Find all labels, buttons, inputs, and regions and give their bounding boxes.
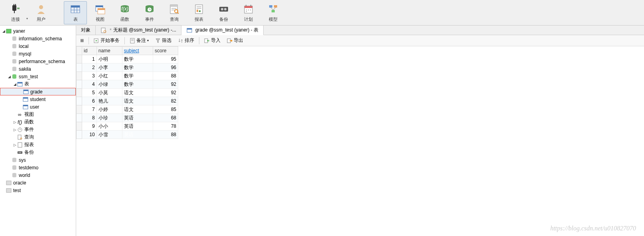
tree-database-open[interactable]: ◢ ssm_test <box>0 73 76 80</box>
cell-id[interactable]: 9 <box>82 122 97 131</box>
table-row[interactable]: 3小红数学88 <box>77 72 178 80</box>
toolbar-event[interactable]: 事件 <box>138 1 161 24</box>
tree-database[interactable]: ▸ world <box>0 171 76 179</box>
tree-node-report[interactable]: ▷ 报表 <box>0 141 76 149</box>
tree-connection-closed[interactable]: test <box>0 186 76 194</box>
memo-button[interactable]: 备注 ▾ <box>128 36 150 45</box>
toolbar-connect[interactable]: 连接 <box>4 1 27 24</box>
tree-database[interactable]: ▸ local <box>0 42 76 50</box>
svg-rect-42 <box>274 5 277 8</box>
cell-subject[interactable]: 语文 <box>122 97 153 105</box>
tree-node-query[interactable]: 查询 <box>0 133 76 141</box>
cell-score[interactable]: 95 <box>153 55 178 63</box>
table-row[interactable]: 7小婷语文85 <box>77 105 178 114</box>
cell-id[interactable]: 6 <box>82 97 97 105</box>
column-header-name[interactable]: name <box>97 47 122 55</box>
tree-database[interactable]: ▸ mysql <box>0 50 76 58</box>
tree-node-event[interactable]: ▷ 事件 <box>0 126 76 133</box>
data-grid[interactable]: idnamesubjectscore 1小明数学95 2小李数学96 3小红数学… <box>76 46 178 139</box>
cell-name[interactable]: 小婷 <box>97 105 122 114</box>
tree-database[interactable]: ▸ performance_schema <box>0 58 76 65</box>
cell-name[interactable]: 小雪 <box>97 131 122 139</box>
toolbar-user[interactable]: 用户 <box>30 1 53 24</box>
table-row[interactable]: 2小李数学96 <box>77 63 178 72</box>
toolbar-query[interactable]: 查询 <box>163 1 186 24</box>
table-row[interactable]: 8小珍英语68 <box>77 114 178 122</box>
tree-tables-folder[interactable]: ◢ 表 <box>0 80 76 88</box>
tree-node-view[interactable]: ∞ 视图 <box>0 111 76 118</box>
dropdown-icon[interactable]: ▾ <box>26 17 28 20</box>
toolbar-table[interactable]: 表 <box>64 1 87 24</box>
tree-database[interactable]: ▸ testdemo <box>0 164 76 171</box>
cell-subject[interactable]: 英语 <box>122 131 153 139</box>
sort-button[interactable]: 排序 <box>176 36 196 45</box>
toolbar-function[interactable]: f(x) 函数 <box>113 1 136 24</box>
cell-name[interactable]: 小红 <box>97 72 122 80</box>
cell-id[interactable]: 10 <box>82 131 97 139</box>
column-header-id[interactable]: id <box>82 47 97 55</box>
cell-subject[interactable]: 数学 <box>122 80 153 89</box>
table-row[interactable]: 5小莫语文92 <box>77 89 178 97</box>
cell-subject[interactable]: 数学 <box>122 72 153 80</box>
toolbar-report[interactable]: 报表 <box>187 1 211 24</box>
cell-subject[interactable]: 语文 <box>122 89 153 97</box>
cell-name[interactable]: 小莫 <box>97 89 122 97</box>
toolbar-backup[interactable]: 备份 <box>212 1 235 24</box>
tree-database[interactable]: ▸ information_schema <box>0 35 76 42</box>
cell-id[interactable]: 2 <box>82 63 97 72</box>
table-row[interactable]: 6艳儿语文82 <box>77 97 178 105</box>
cell-score[interactable]: 88 <box>153 72 178 80</box>
cell-name[interactable]: 小小 <box>97 122 122 131</box>
tab-grade-table[interactable]: grade @ssm_test (yaner) - 表 <box>181 26 264 35</box>
cell-id[interactable]: 1 <box>82 55 97 63</box>
begin-transaction-button[interactable]: 开始事务 <box>92 36 121 45</box>
column-header-score[interactable]: score <box>153 47 178 55</box>
table-row[interactable]: 10小雪英语88 <box>77 131 178 139</box>
table-row[interactable]: 4小绿数学92 <box>77 80 178 89</box>
cell-subject[interactable]: 数学 <box>122 63 153 72</box>
toolbar-view[interactable]: 视图 <box>89 1 112 24</box>
tree-database[interactable]: ▸ sakila <box>0 65 76 73</box>
tree-connection[interactable]: ◢ yaner <box>0 27 76 35</box>
export-button[interactable]: 导出 <box>225 36 245 45</box>
tab-query-untitled[interactable]: * 无标题 @ssm_test (yaner) -... <box>96 26 181 35</box>
cell-score[interactable]: 96 <box>153 63 178 72</box>
cell-id[interactable]: 4 <box>82 80 97 89</box>
table-row[interactable]: 1小明数学95 <box>77 55 178 63</box>
menu-button[interactable]: ≡ <box>79 36 85 45</box>
tree-table-student[interactable]: student <box>0 95 76 103</box>
tree-database[interactable]: ▸ sys <box>0 156 76 164</box>
tree-node-backup[interactable]: 备份 <box>0 149 76 156</box>
cell-id[interactable]: 3 <box>82 72 97 80</box>
cell-name[interactable]: 艳儿 <box>97 97 122 105</box>
tree-table-user[interactable]: user <box>0 103 76 111</box>
tab-objects[interactable]: 对象 <box>76 26 96 35</box>
cell-name[interactable]: 小珍 <box>97 114 122 122</box>
toolbar-model[interactable]: 模型 <box>262 1 285 24</box>
table-row[interactable]: 9小小英语78 <box>77 122 178 131</box>
column-header-subject[interactable]: subject <box>122 47 153 55</box>
cell-subject[interactable]: 英语 <box>122 114 153 122</box>
import-button[interactable]: 导入 <box>203 36 222 45</box>
tree-table-grade[interactable]: grade <box>0 88 76 95</box>
cell-score[interactable]: 78 <box>153 122 178 131</box>
cell-id[interactable]: 5 <box>82 89 97 97</box>
filter-button[interactable]: 筛选 <box>154 36 173 45</box>
cell-score[interactable]: 85 <box>153 105 178 114</box>
cell-name[interactable]: 小绿 <box>97 80 122 89</box>
cell-id[interactable]: 8 <box>82 114 97 122</box>
cell-score[interactable]: 68 <box>153 114 178 122</box>
cell-score[interactable]: 82 <box>153 97 178 105</box>
cell-subject[interactable]: 语文 <box>122 105 153 114</box>
tree-node-fx[interactable]: ▷ f() 函数 <box>0 118 76 126</box>
cell-score[interactable]: 92 <box>153 89 178 97</box>
cell-name[interactable]: 小明 <box>97 55 122 63</box>
tree-connection-closed[interactable]: oracle <box>0 179 76 186</box>
cell-subject[interactable]: 英语 <box>122 122 153 131</box>
cell-score[interactable]: 88 <box>153 131 178 139</box>
cell-id[interactable]: 7 <box>82 105 97 114</box>
cell-name[interactable]: 小李 <box>97 63 122 72</box>
cell-score[interactable]: 92 <box>153 80 178 89</box>
cell-subject[interactable]: 数学 <box>122 55 153 63</box>
toolbar-schedule[interactable]: 计划 <box>237 1 260 24</box>
